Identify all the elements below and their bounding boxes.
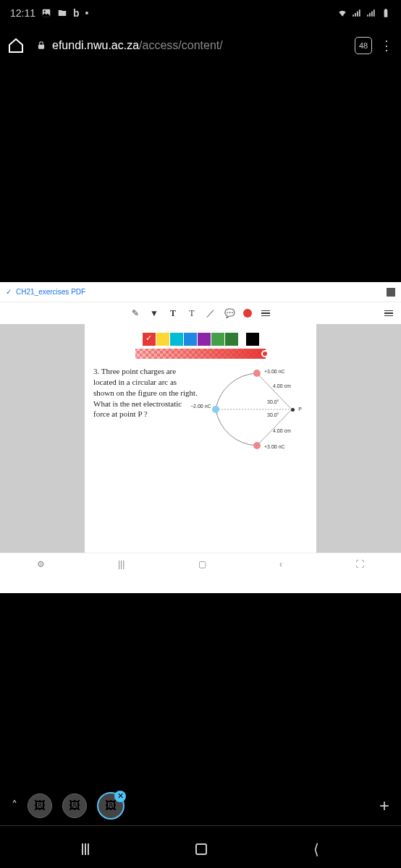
label-charge-top: +3.00 nC (264, 369, 285, 374)
swatch-yellow[interactable] (156, 333, 169, 346)
question-block: 3. Three point charges are located in a … (93, 366, 308, 453)
url-bar[interactable]: efundi.nwu.ac.za/access/content/ (32, 39, 347, 52)
svg-rect-2 (384, 9, 388, 17)
swatch-red[interactable] (143, 333, 156, 346)
battery-icon (381, 8, 391, 18)
document-page: 3. Three point charges are located in a … (85, 324, 316, 553)
text-tool-1[interactable]: T (168, 308, 178, 318)
page-icon: 🖼 (34, 799, 46, 812)
charge-bottom (253, 442, 261, 449)
opacity-slider[interactable] (135, 349, 266, 359)
list-icon[interactable] (384, 308, 394, 318)
android-nav-bar: ⟨ (0, 830, 401, 868)
url-path: /access/content/ (139, 39, 223, 51)
pdf-nav-recent[interactable]: ||| (118, 559, 124, 569)
lock-icon (36, 41, 46, 51)
tab-count: 48 (359, 41, 368, 50)
wifi-icon (337, 8, 347, 18)
home-icon[interactable] (7, 37, 25, 54)
pen-tool-icon[interactable]: ✎ (130, 308, 140, 318)
tab-thumbnail-row: ˄ 🖼 🖼 🖼 ✕ + (0, 786, 401, 826)
download-icon[interactable] (387, 288, 395, 297)
label-charge-left: −2.00 nC (190, 404, 211, 409)
charge-left (212, 406, 219, 413)
status-right (337, 8, 391, 18)
more-menu-icon[interactable]: ⋮ (379, 38, 394, 54)
status-time: 12:11 (10, 7, 35, 19)
tab-thumb-1[interactable]: 🖼 (28, 793, 52, 818)
swatch-green[interactable] (211, 333, 224, 346)
page-icon: 🖼 (69, 799, 80, 812)
signal-icon (352, 8, 362, 18)
pdf-header: ✓ CH21_exercises PDF (0, 282, 401, 302)
charge-top (253, 370, 261, 377)
nav-back-button[interactable]: ⟨ (313, 841, 319, 858)
svg-rect-3 (385, 9, 387, 10)
point-p (291, 408, 295, 412)
eraser-tool-icon[interactable]: ／ (206, 308, 216, 318)
folder-icon (57, 8, 67, 18)
swatch-blue[interactable] (184, 333, 197, 346)
physics-figure: +3.00 nC −2.00 nC +3.00 nC 4.00 cm 4.00 … (206, 366, 308, 453)
pdf-nav-back[interactable]: ‹ (279, 559, 282, 569)
status-bar: 12:11 b • (0, 0, 401, 26)
url-host: efundi.nwu.ac.za (52, 39, 139, 51)
status-left: 12:11 b • (10, 7, 89, 19)
chevron-up-icon[interactable]: ˄ (12, 799, 17, 812)
check-icon: ✓ (6, 288, 12, 296)
status-dot: • (85, 7, 89, 19)
page-icon: 🖼 (105, 799, 117, 812)
menu-icon[interactable] (261, 308, 271, 318)
slider-handle[interactable] (261, 350, 269, 357)
tab-count-badge[interactable]: 48 (355, 37, 372, 54)
browser-bar: efundi.nwu.ac.za/access/content/ 48 ⋮ (0, 26, 401, 65)
pdf-viewer: ✓ CH21_exercises PDF ✎ ▼ T T ／ 💬 (0, 282, 401, 593)
label-point-p: P (298, 407, 302, 412)
swatch-cyan[interactable] (170, 333, 183, 346)
svg-point-1 (44, 11, 46, 12)
main-view: ✓ CH21_exercises PDF ✎ ▼ T T ／ 💬 (0, 65, 401, 788)
nav-home-button[interactable] (195, 843, 207, 855)
nav-recent-button[interactable] (82, 843, 89, 855)
pdf-bottom-nav: ⚙ ||| ▢ ‹ ⛶ (0, 553, 401, 574)
pdf-nav-settings-icon[interactable]: ⚙ (37, 559, 45, 569)
status-app-letter: b (73, 7, 80, 19)
pdf-filename: CH21_exercises PDF (16, 288, 85, 296)
question-text: 3. Three point charges are located in a … (93, 366, 199, 453)
swatch-darkgreen[interactable] (225, 333, 238, 346)
svg-rect-4 (38, 45, 44, 49)
close-tab-icon[interactable]: ✕ (114, 791, 126, 802)
highlighter-tool-icon[interactable]: ▼ (149, 308, 159, 318)
tab-thumb-active[interactable]: 🖼 ✕ (97, 792, 124, 820)
document-area[interactable]: 3. Three point charges are located in a … (0, 324, 401, 553)
signal-icon-2 (366, 8, 376, 18)
label-angle-bottom: 30.0° (267, 412, 279, 417)
label-charge-bottom: +3.00 nC (264, 444, 285, 449)
color-indicator[interactable] (243, 309, 252, 318)
label-radius-top: 4.00 cm (273, 383, 291, 388)
pdf-toolbar: ✎ ▼ T T ／ 💬 (0, 302, 401, 324)
label-radius-bottom: 4.00 cm (273, 428, 291, 433)
pdf-nav-expand-icon[interactable]: ⛶ (355, 559, 364, 569)
label-angle-top: 30.0° (267, 399, 279, 404)
image-icon (41, 8, 51, 18)
new-tab-button[interactable]: + (379, 796, 389, 816)
swatch-magenta[interactable] (198, 333, 211, 346)
pdf-nav-home[interactable]: ▢ (198, 559, 206, 569)
text-tool-2[interactable]: T (187, 308, 197, 318)
swatch-black[interactable] (246, 333, 259, 346)
tab-thumb-2[interactable]: 🖼 (62, 793, 87, 818)
comment-tool-icon[interactable]: 💬 (224, 308, 235, 318)
color-palette (93, 333, 308, 346)
